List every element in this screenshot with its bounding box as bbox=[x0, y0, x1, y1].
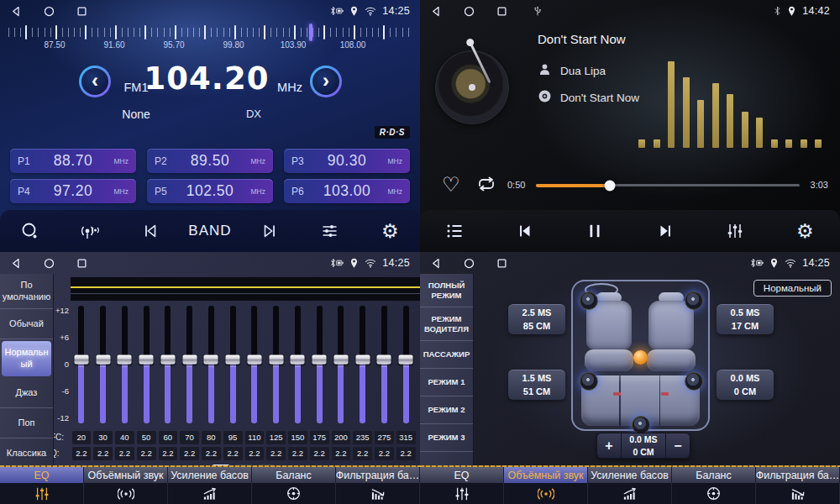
preset-button-4[interactable]: P497.20MHz bbox=[10, 179, 136, 203]
recents-button[interactable] bbox=[496, 257, 508, 270]
seek-bar[interactable] bbox=[536, 184, 800, 186]
mode-3[interactable]: РЕЖИМ 3 bbox=[420, 424, 473, 452]
previous-station-button[interactable] bbox=[129, 214, 171, 248]
frequency-scale[interactable] bbox=[8, 25, 412, 42]
settings-gear-icon[interactable]: ⚙ bbox=[369, 214, 411, 248]
back-button[interactable] bbox=[10, 257, 23, 270]
next-station-button[interactable] bbox=[249, 214, 291, 248]
eq-band-slider[interactable] bbox=[135, 306, 157, 428]
eq-slider-handle[interactable] bbox=[139, 355, 154, 365]
back-button[interactable] bbox=[430, 5, 443, 18]
balance-icon[interactable] bbox=[672, 483, 756, 504]
rear-left-delay-button[interactable]: 1.5 MS 51 CM bbox=[508, 370, 565, 400]
back-button[interactable] bbox=[10, 5, 23, 18]
mode-full[interactable]: ПОЛНЫЙ РЕЖИМ bbox=[420, 274, 473, 307]
filter-icon[interactable] bbox=[336, 483, 420, 504]
recents-button[interactable] bbox=[76, 5, 88, 18]
tune-down-button[interactable]: ‹ bbox=[79, 66, 111, 97]
eq-slider-handle[interactable] bbox=[182, 355, 197, 365]
eq-slider-handle[interactable] bbox=[204, 355, 218, 365]
preset-button-3[interactable]: P390.30MHz bbox=[284, 149, 410, 173]
surround-sound-icon[interactable] bbox=[504, 483, 588, 504]
eq-band-slider[interactable] bbox=[179, 306, 201, 428]
eq-band-slider[interactable] bbox=[308, 306, 330, 428]
eq-band-slider[interactable] bbox=[92, 306, 114, 428]
tab-bass-boost[interactable]: Усиление басов bbox=[588, 467, 672, 483]
mode-2[interactable]: РЕЖИМ 2 bbox=[420, 396, 473, 424]
eq-band-slider[interactable] bbox=[265, 306, 287, 428]
filter-icon[interactable] bbox=[756, 483, 840, 504]
recents-button[interactable] bbox=[76, 257, 88, 270]
eq-sliders-icon[interactable] bbox=[0, 483, 84, 504]
scan-button[interactable] bbox=[9, 214, 51, 248]
eq-preset-classic[interactable]: Классика bbox=[0, 438, 53, 469]
broadcast-button[interactable] bbox=[69, 214, 111, 248]
back-button[interactable] bbox=[430, 257, 443, 270]
listening-position-marker[interactable] bbox=[633, 350, 648, 365]
eq-band-slider[interactable] bbox=[71, 306, 92, 428]
tab-filter[interactable]: Фильтрация ба… bbox=[756, 467, 840, 483]
eq-slider-handle[interactable] bbox=[333, 355, 348, 365]
eq-band-slider[interactable] bbox=[201, 306, 223, 428]
eq-slider-handle[interactable] bbox=[96, 355, 110, 365]
preset-button-5[interactable]: P5102.50MHz bbox=[147, 179, 273, 203]
eq-sliders-icon[interactable] bbox=[420, 483, 504, 504]
eq-slider-handle[interactable] bbox=[269, 355, 283, 365]
tab-filter[interactable]: Фильтрация ба… bbox=[336, 467, 420, 483]
home-button[interactable] bbox=[463, 5, 475, 18]
eq-slider-handle[interactable] bbox=[291, 355, 305, 365]
eq-slider-handle[interactable] bbox=[247, 355, 261, 365]
surround-sound-icon[interactable] bbox=[84, 483, 168, 504]
eq-slider-handle[interactable] bbox=[74, 355, 88, 365]
eq-slider-handle[interactable] bbox=[355, 355, 370, 365]
eq-preset-pop[interactable]: Поп bbox=[0, 408, 53, 438]
settings-gear-icon[interactable]: ⚙ bbox=[784, 214, 826, 248]
previous-track-button[interactable] bbox=[504, 214, 546, 248]
eq-band-slider[interactable] bbox=[114, 306, 136, 428]
eq-slider-handle[interactable] bbox=[160, 355, 175, 365]
mode-passenger[interactable]: ПАССАЖИР bbox=[420, 341, 473, 369]
tab-balance[interactable]: Баланс bbox=[672, 467, 756, 483]
seek-thumb[interactable] bbox=[604, 180, 615, 191]
eq-preset-jazz[interactable]: Джаз bbox=[0, 378, 53, 408]
eq-band-slider[interactable] bbox=[244, 306, 265, 428]
tab-eq[interactable]: EQ bbox=[420, 467, 504, 483]
home-button[interactable] bbox=[43, 257, 55, 270]
eq-preset-normal[interactable]: Нормальный bbox=[2, 341, 51, 376]
eq-band-slider[interactable] bbox=[222, 306, 244, 428]
eq-slider-handle[interactable] bbox=[377, 355, 391, 365]
playlist-button[interactable] bbox=[434, 214, 476, 248]
home-button[interactable] bbox=[463, 257, 475, 270]
mode-1[interactable]: РЕЖИМ 1 bbox=[420, 369, 473, 396]
eq-band-slider[interactable] bbox=[157, 306, 179, 428]
home-button[interactable] bbox=[43, 5, 55, 18]
tab-bass-boost[interactable]: Усиление басов bbox=[168, 467, 252, 483]
recents-button[interactable] bbox=[496, 5, 508, 18]
eq-preset-default[interactable]: По умолчанию bbox=[0, 274, 53, 309]
increase-delay-button[interactable]: + bbox=[597, 433, 621, 458]
eq-band-slider[interactable] bbox=[374, 306, 396, 428]
eq-slider-handle[interactable] bbox=[312, 355, 327, 365]
bass-boost-icon[interactable] bbox=[588, 483, 672, 504]
band-button[interactable]: BAND bbox=[189, 214, 231, 248]
eq-slider-handle[interactable] bbox=[118, 355, 132, 365]
mode-driver[interactable]: РЕЖИМ ВОДИТЕЛЯ bbox=[420, 307, 473, 341]
surround-preset-button[interactable]: Нормальный bbox=[753, 280, 832, 297]
equalizer-button[interactable] bbox=[714, 214, 756, 248]
tab-eq[interactable]: EQ bbox=[0, 467, 84, 483]
preset-button-2[interactable]: P289.50MHz bbox=[147, 149, 273, 173]
eq-slider-handle[interactable] bbox=[226, 355, 240, 365]
tuner-settings-button[interactable] bbox=[309, 214, 351, 248]
pause-button[interactable] bbox=[574, 214, 616, 248]
favorite-button[interactable]: ♡ bbox=[442, 173, 460, 197]
preset-button-6[interactable]: P6103.00MHz bbox=[284, 179, 410, 203]
eq-band-slider[interactable] bbox=[287, 306, 309, 428]
tune-up-button[interactable]: › bbox=[310, 66, 342, 97]
front-left-delay-button[interactable]: 2.5 MS 85 CM bbox=[508, 304, 565, 334]
eq-slider-handle[interactable] bbox=[399, 355, 413, 365]
next-track-button[interactable] bbox=[644, 214, 686, 248]
eq-preset-custom[interactable]: Обычай bbox=[0, 309, 53, 339]
bass-boost-icon[interactable] bbox=[168, 483, 252, 504]
eq-band-slider[interactable] bbox=[330, 306, 352, 428]
preset-button-1[interactable]: P188.70MHz bbox=[10, 149, 136, 173]
